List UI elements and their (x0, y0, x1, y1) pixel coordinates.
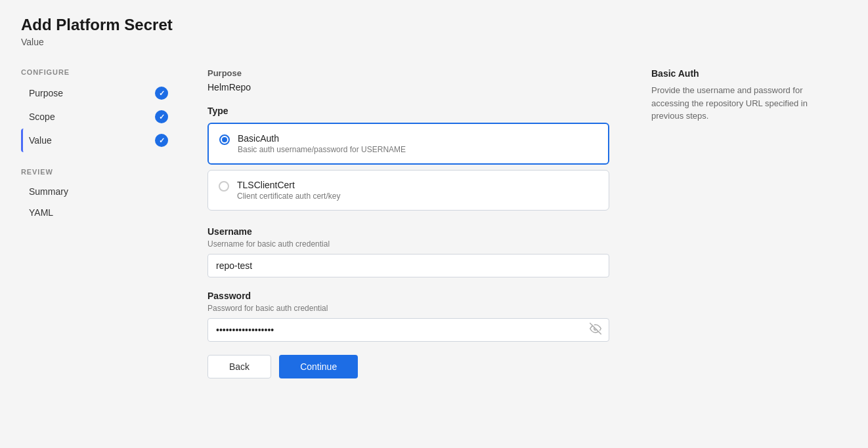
sidebar-item-purpose[interactable]: Purpose (21, 81, 176, 105)
tlsclientcert-text: TLSClientCert Client certificate auth ce… (237, 180, 340, 201)
password-group: Password Password for basic auth credent… (207, 291, 609, 342)
page: Add Platform Secret Value CONFIGURE Purp… (0, 0, 868, 448)
right-panel-desc: Provide the username and password for ac… (651, 84, 809, 123)
right-panel-title: Basic Auth (651, 68, 809, 79)
sidebar-item-summary-label: Summary (29, 186, 68, 197)
page-title: Add Platform Secret (21, 16, 847, 34)
main-content: Purpose HelmRepo Type BasicAuth Basic au… (192, 68, 625, 432)
basicauth-desc: Basic auth username/password for USERNAM… (238, 145, 406, 154)
back-button[interactable]: Back (207, 355, 271, 378)
review-section-label: REVIEW (21, 168, 176, 176)
username-sublabel: Username for basic auth credential (207, 239, 609, 249)
sidebar-item-yaml-label: YAML (29, 207, 53, 218)
type-section-label: Type (207, 106, 609, 116)
type-options: BasicAuth Basic auth username/password f… (207, 123, 609, 211)
configure-items: Purpose Scope Value (21, 81, 176, 152)
right-panel: Basic Auth Provide the username and pass… (625, 68, 809, 432)
review-items: Summary YAML (21, 181, 176, 223)
sidebar-item-summary[interactable]: Summary (21, 181, 176, 202)
basicauth-name: BasicAuth (238, 133, 406, 144)
sidebar-item-scope[interactable]: Scope (21, 105, 176, 129)
username-label: Username (207, 226, 609, 237)
configure-section-label: CONFIGURE (21, 68, 176, 76)
value-check-badge (155, 134, 168, 147)
type-option-basicauth[interactable]: BasicAuth Basic auth username/password f… (207, 123, 609, 165)
actions: Back Continue (207, 355, 609, 378)
tlsclientcert-desc: Client certificate auth cert/key (237, 192, 340, 201)
purpose-check-badge (155, 87, 168, 100)
username-group: Username Username for basic auth credent… (207, 226, 609, 277)
sidebar-item-value[interactable]: Value (21, 129, 176, 152)
password-wrapper (207, 318, 609, 342)
password-sublabel: Password for basic auth credential (207, 304, 609, 313)
sidebar-item-yaml[interactable]: YAML (21, 202, 176, 223)
basicauth-text: BasicAuth Basic auth username/password f… (238, 133, 406, 154)
password-label: Password (207, 291, 609, 301)
sidebar: CONFIGURE Purpose Scope Value REVIEW (21, 68, 192, 432)
username-input[interactable] (207, 254, 609, 277)
toggle-password-icon[interactable] (590, 323, 601, 337)
sidebar-item-scope-label: Scope (29, 112, 55, 122)
sidebar-item-purpose-label: Purpose (29, 88, 63, 98)
continue-button[interactable]: Continue (279, 355, 358, 378)
tlsclientcert-name: TLSClientCert (237, 180, 340, 190)
purpose-field-value: HelmRepo (207, 82, 609, 92)
sidebar-item-value-label: Value (29, 135, 52, 146)
main-layout: CONFIGURE Purpose Scope Value REVIEW (21, 68, 847, 432)
type-option-tlsclientcert[interactable]: TLSClientCert Client certificate auth ce… (207, 170, 609, 211)
purpose-field-label: Purpose (207, 68, 609, 78)
page-subtitle: Value (21, 37, 847, 47)
password-input[interactable] (207, 318, 609, 342)
tlsclientcert-radio[interactable] (219, 181, 229, 192)
scope-check-badge (155, 110, 168, 123)
basicauth-radio[interactable] (219, 134, 230, 145)
